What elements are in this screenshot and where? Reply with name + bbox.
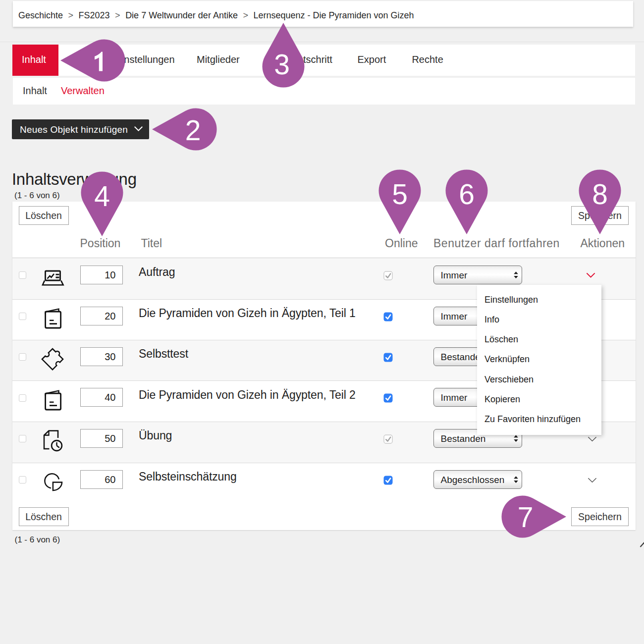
- svg-text:8: 8: [592, 178, 608, 210]
- svg-text:5: 5: [392, 178, 408, 210]
- svg-text:4: 4: [94, 180, 110, 212]
- svg-text:7: 7: [517, 501, 533, 533]
- svg-text:3: 3: [274, 49, 290, 80]
- svg-text:6: 6: [459, 178, 475, 210]
- svg-text:2: 2: [185, 114, 201, 146]
